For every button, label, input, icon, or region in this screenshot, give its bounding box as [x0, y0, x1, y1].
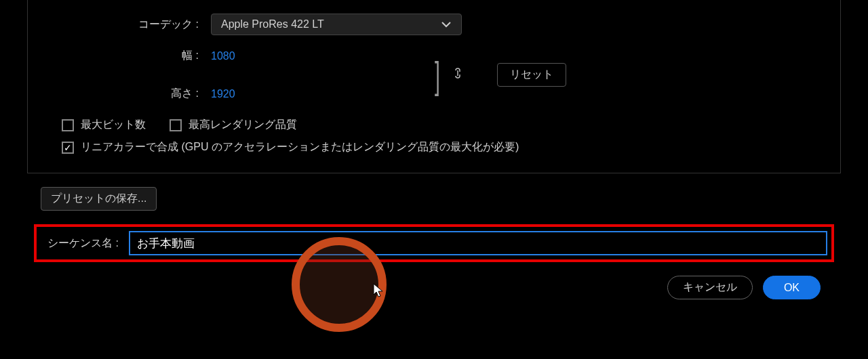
sequence-name-highlight: シーケンス名 : [34, 224, 834, 262]
chevron-down-icon [441, 19, 452, 30]
codec-row: コーデック : Apple ProRes 422 LT [41, 14, 827, 35]
dialog-footer: キャンセル OK [27, 276, 841, 299]
sequence-settings-dialog: コーデック : Apple ProRes 422 LT 幅 : 1080 高さ … [0, 0, 868, 299]
max-bit-checkbox[interactable] [62, 119, 74, 131]
link-bracket: ] [434, 53, 439, 97]
width-value[interactable]: 1080 [211, 50, 235, 62]
height-value[interactable]: 1920 [211, 88, 235, 100]
max-render-label: 最高レンダリング品質 [189, 118, 297, 132]
codec-label: コーデック : [41, 18, 211, 32]
codec-value: Apple ProRes 422 LT [221, 18, 324, 30]
video-settings-panel: コーデック : Apple ProRes 422 LT 幅 : 1080 高さ … [27, 0, 841, 173]
checkbox-group: 最大ビット数 最高レンダリング品質 リニアカラーで合成 (GPU のアクセラレー… [62, 118, 827, 154]
link-icon[interactable] [452, 66, 463, 83]
ok-button[interactable]: OK [763, 276, 821, 299]
height-label: 高さ : [41, 87, 211, 101]
sequence-name-input[interactable] [129, 231, 827, 255]
dimensions-group: 幅 : 1080 高さ : 1920 ] リセット [41, 49, 827, 101]
width-label: 幅 : [41, 49, 211, 63]
save-preset-button[interactable]: プリセットの保存... [41, 187, 157, 211]
linear-color-label: リニアカラーで合成 (GPU のアクセラレーションまたはレンダリング品質の最大化… [81, 140, 519, 154]
max-render-checkbox[interactable] [170, 119, 182, 131]
reset-button[interactable]: リセット [497, 63, 566, 87]
sequence-name-label: シーケンス名 : [47, 236, 119, 251]
codec-dropdown[interactable]: Apple ProRes 422 LT [211, 14, 462, 35]
linear-color-checkbox[interactable] [62, 142, 74, 154]
cancel-button[interactable]: キャンセル [667, 276, 753, 299]
max-bit-label: 最大ビット数 [81, 118, 146, 132]
